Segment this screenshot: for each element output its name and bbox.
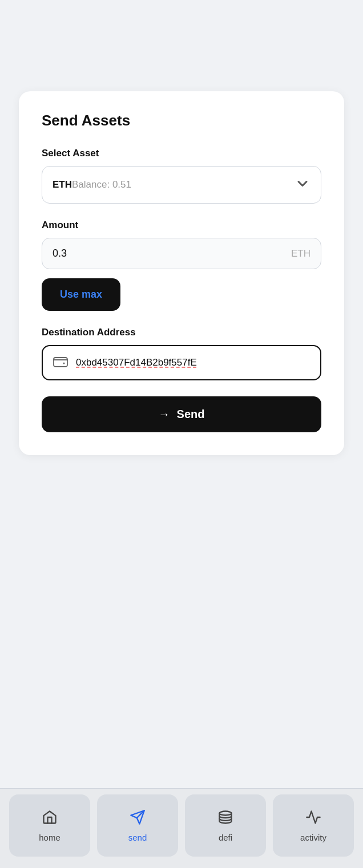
amount-unit: ETH bbox=[291, 248, 310, 259]
nav-label-send: send bbox=[128, 833, 147, 842]
asset-select-dropdown[interactable]: ETH Balance: 0.51 bbox=[42, 166, 321, 204]
send-assets-card: Send Assets Select Asset ETH Balance: 0.… bbox=[19, 91, 344, 455]
amount-section: Amount 0.3 ETH Use max bbox=[42, 220, 321, 311]
amount-label: Amount bbox=[42, 220, 321, 231]
page-title: Send Assets bbox=[42, 112, 321, 129]
svg-rect-0 bbox=[54, 358, 67, 367]
bottom-nav: home send defi activity bbox=[0, 788, 363, 868]
destination-section: Destination Address 0xbd45307Fd14B2b9f55… bbox=[42, 327, 321, 380]
send-arrow-icon: → bbox=[159, 408, 170, 421]
amount-value: 0.3 bbox=[53, 248, 67, 259]
address-input[interactable]: 0xbd45307Fd14B2b9f557fE bbox=[42, 345, 321, 380]
destination-address: 0xbd45307Fd14B2b9f557fE bbox=[76, 357, 197, 368]
chevron-down-icon bbox=[295, 176, 310, 194]
nav-label-defi: defi bbox=[219, 833, 232, 842]
nav-item-defi[interactable]: defi bbox=[185, 794, 266, 857]
defi-icon bbox=[217, 809, 233, 829]
page-wrapper: Send Assets Select Asset ETH Balance: 0.… bbox=[0, 0, 363, 868]
amount-input[interactable]: 0.3 ETH bbox=[42, 238, 321, 269]
nav-label-home: home bbox=[39, 833, 61, 842]
send-button-label: Send bbox=[177, 408, 205, 421]
nav-item-send[interactable]: send bbox=[97, 794, 178, 857]
nav-label-activity: activity bbox=[300, 833, 326, 842]
select-asset-label: Select Asset bbox=[42, 148, 321, 159]
use-max-button[interactable]: Use max bbox=[42, 278, 120, 311]
send-button[interactable]: → Send bbox=[42, 396, 321, 432]
home-icon bbox=[42, 809, 58, 829]
asset-balance: Balance: 0.51 bbox=[72, 179, 131, 190]
nav-item-home[interactable]: home bbox=[9, 794, 90, 857]
wallet-icon bbox=[53, 355, 68, 370]
svg-point-4 bbox=[220, 811, 232, 815]
nav-item-activity[interactable]: activity bbox=[273, 794, 354, 857]
svg-point-1 bbox=[63, 363, 65, 364]
destination-label: Destination Address bbox=[42, 327, 321, 338]
asset-ticker: ETH bbox=[53, 179, 72, 190]
asset-info: ETH Balance: 0.51 bbox=[53, 179, 131, 190]
send-icon bbox=[130, 809, 146, 829]
select-asset-section: Select Asset ETH Balance: 0.51 bbox=[42, 148, 321, 204]
activity-icon bbox=[305, 809, 321, 829]
